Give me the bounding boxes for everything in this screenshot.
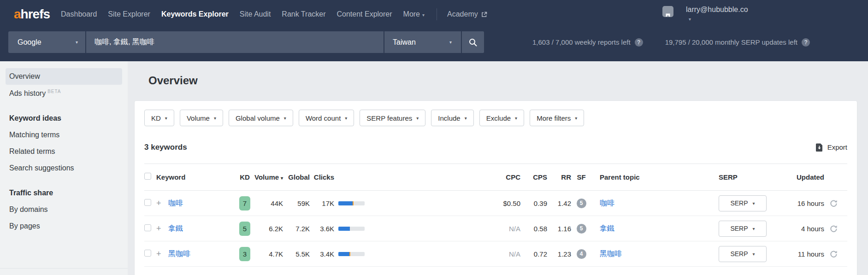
filter-exclude[interactable]: Exclude▾ <box>479 110 524 126</box>
nav-item-rank-tracker[interactable]: Rank Tracker <box>282 10 325 18</box>
refresh-button[interactable] <box>830 225 838 233</box>
column-header-clicks[interactable]: Clicks <box>310 173 334 181</box>
row-checkbox[interactable] <box>144 199 151 206</box>
account-dropdown[interactable]: larry@hububble.co ▾ <box>686 6 748 22</box>
sidebar-item-search-suggestions[interactable]: Search suggestions <box>0 160 128 176</box>
sidebar-item-by-pages[interactable]: By pages <box>0 218 128 234</box>
add-to-list-icon[interactable]: + <box>156 249 161 258</box>
caret-down-icon: ▾ <box>422 12 425 18</box>
filter-volume[interactable]: Volume▾ <box>180 110 223 126</box>
column-header-kd[interactable]: KD <box>235 173 254 181</box>
filter-global-volume[interactable]: Global volume▾ <box>229 110 293 126</box>
column-header-volume[interactable]: Volume▾ <box>254 173 283 181</box>
nav-item-site-audit[interactable]: Site Audit <box>240 10 271 18</box>
caret-down-icon: ▾ <box>416 116 419 121</box>
nav-item-dashboard[interactable]: Dashboard <box>61 10 97 18</box>
column-header-global[interactable]: Global <box>283 173 310 181</box>
clicks-bar <box>338 201 365 205</box>
filter-include[interactable]: Include▾ <box>431 110 473 126</box>
search-button[interactable] <box>462 31 484 53</box>
parent-topic-link[interactable]: 拿鐵 <box>600 224 614 232</box>
keyword-search-bar: Google ▾ Taiwan ▾ 1,603 / 7,000 weekly r… <box>0 29 868 61</box>
column-header-rr[interactable]: RR <box>547 173 571 181</box>
cpc-cell: $0.50 <box>369 199 520 207</box>
sidebar-header-traffic-share: Traffic share <box>0 185 128 201</box>
parent-topic-link[interactable]: 黑咖啡 <box>600 250 622 257</box>
country-select[interactable]: Taiwan ▾ <box>384 31 461 53</box>
caret-down-icon: ▾ <box>753 226 755 231</box>
keyword-link[interactable]: 咖啡 <box>168 199 183 207</box>
cps-cell: 0.58 <box>520 225 547 233</box>
select-all-checkbox[interactable] <box>144 173 151 180</box>
sidebar-item-by-domains[interactable]: By domains <box>0 201 128 218</box>
sidebar-item-overview[interactable]: Overview <box>6 68 122 85</box>
caret-down-icon[interactable]: ▾ <box>689 17 748 22</box>
search-controls: Google ▾ Taiwan ▾ <box>8 31 484 53</box>
bookmark-icon[interactable] <box>662 6 674 18</box>
country-value: Taiwan <box>393 38 416 47</box>
serp-button[interactable]: SERP▾ <box>719 221 767 237</box>
column-header-cpc[interactable]: CPC <box>369 173 520 181</box>
refresh-button[interactable] <box>830 250 838 258</box>
user-menu: larry@hububble.co ▾ <box>662 6 748 22</box>
nav-item-content-explorer[interactable]: Content Explorer <box>337 10 392 18</box>
sidebar-item-related-terms[interactable]: Related terms <box>0 143 128 160</box>
sidebar-item-ads-history[interactable]: Ads historyBETA <box>0 85 128 102</box>
caret-down-icon: ▾ <box>753 252 755 257</box>
search-engine-select[interactable]: Google ▾ <box>8 31 85 53</box>
add-to-list-icon[interactable]: + <box>156 224 161 233</box>
nav-item-site-explorer[interactable]: Site Explorer <box>108 10 150 18</box>
nav-item-keywords-explorer[interactable]: Keywords Explorer <box>161 10 229 18</box>
filter-kd[interactable]: KD▾ <box>144 110 174 126</box>
clicks-bar <box>338 227 365 231</box>
filters-row: KD▾ Volume▾ Global volume▾ Word count▾ S… <box>144 101 847 126</box>
filter-word-count[interactable]: Word count▾ <box>299 110 354 126</box>
kd-badge: 3 <box>239 247 250 261</box>
keywords-input[interactable] <box>86 31 384 53</box>
column-header-updated[interactable]: Updated <box>767 173 824 181</box>
column-header-keyword[interactable]: Keyword <box>156 173 235 181</box>
keyword-link[interactable]: 拿鐵 <box>168 224 183 232</box>
sidebar-header-keyword-ideas: Keyword ideas <box>0 110 128 127</box>
filter-more-filters[interactable]: More filters▾ <box>530 110 584 126</box>
account-email[interactable]: larry@hububble.co <box>686 6 748 14</box>
column-header-sf[interactable]: SF <box>571 173 591 181</box>
caret-down-icon: ▾ <box>515 116 517 121</box>
caret-down-icon: ▾ <box>465 116 467 121</box>
updated-cell: 16 hours <box>767 199 824 207</box>
serp-button[interactable]: SERP▾ <box>719 246 767 262</box>
monthly-updates-counter: 19,795 / 20,000 monthly SERP updates lef… <box>665 38 810 47</box>
nav-item-academy[interactable]: Academy <box>447 10 487 18</box>
refresh-button[interactable] <box>830 199 838 207</box>
serp-button[interactable]: SERP▾ <box>719 195 767 211</box>
logo-prefix: a <box>14 7 21 21</box>
refresh-icon <box>830 250 838 258</box>
export-button[interactable]: Export <box>815 143 847 152</box>
volume-cell: 44K <box>254 199 283 207</box>
search-icon <box>468 38 478 47</box>
add-to-list-icon[interactable]: + <box>156 199 161 208</box>
filter-serp-features[interactable]: SERP features▾ <box>360 110 425 126</box>
sidebar-divider <box>0 268 128 269</box>
ahrefs-logo[interactable]: ahrefs <box>14 7 50 22</box>
caret-down-icon: ▾ <box>214 116 216 121</box>
row-checkbox[interactable] <box>144 224 151 231</box>
table-header: Keyword KD Volume▾ Global Clicks CPC CPS… <box>144 164 847 191</box>
keyword-link[interactable]: 黑咖啡 <box>168 250 190 257</box>
sidebar-item-matching-terms[interactable]: Matching terms <box>0 127 128 143</box>
table-row: + 咖啡 7 44K 59K 17K $0.50 0.39 1.42 5 咖啡 … <box>144 191 847 216</box>
parent-topic-link[interactable]: 咖啡 <box>600 199 614 207</box>
cps-cell: 0.39 <box>520 199 547 207</box>
table-row: + 黑咖啡 3 4.7K 5.5K 3.4K N/A 0.72 1.23 4 黑… <box>144 241 847 267</box>
help-icon[interactable]: ? <box>635 38 643 47</box>
caret-down-icon: ▾ <box>449 40 452 45</box>
kd-badge: 5 <box>239 222 250 236</box>
cpc-cell: N/A <box>369 225 520 233</box>
column-header-cps[interactable]: CPS <box>520 173 547 181</box>
column-header-parent-topic[interactable]: Parent topic <box>591 173 707 181</box>
page-title: Overview <box>148 74 868 87</box>
nav-item-more[interactable]: More▾ <box>403 10 425 18</box>
app-header: ahrefs Dashboard Site Explorer Keywords … <box>0 0 868 61</box>
row-checkbox[interactable] <box>144 250 151 257</box>
help-icon[interactable]: ? <box>802 38 810 47</box>
